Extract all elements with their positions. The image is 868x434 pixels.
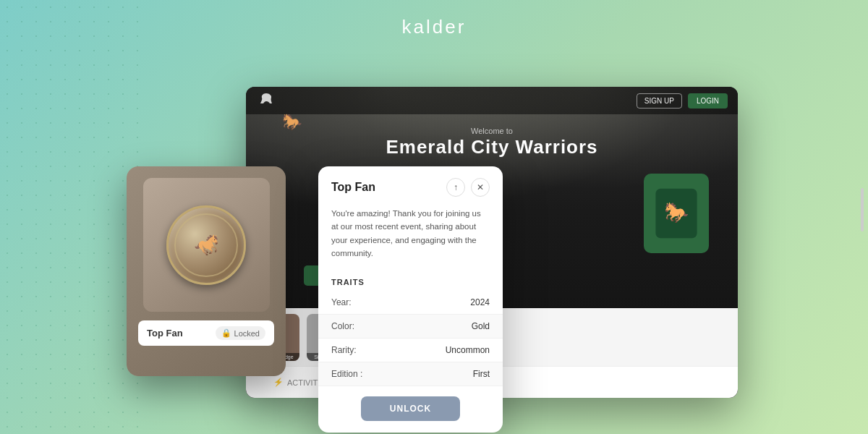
app-logo-icon <box>256 90 276 111</box>
svg-text:🐎: 🐎 <box>664 200 689 224</box>
team-title: Emerald City Warriors <box>246 136 738 158</box>
share-icon: ↑ <box>454 182 458 192</box>
kalder-logo: kalder <box>402 16 467 38</box>
app-window-header: SIGN UP LOGIN <box>246 87 738 114</box>
modal-header: Top Fan ↑ ✕ <box>318 166 503 204</box>
activity-icon: ⚡ <box>273 378 284 387</box>
unlock-button[interactable]: UNLOCK <box>361 396 460 421</box>
trait-row-edition: Edition : First <box>318 362 503 386</box>
trait-rarity-label: Rarity: <box>331 345 357 355</box>
trait-row-color: Color: Gold <box>318 315 503 339</box>
nft-card-footer: Top Fan 🔒 Locked <box>138 320 274 346</box>
welcome-text: Welcome to <box>246 127 738 135</box>
top-fan-modal: Top Fan ↑ ✕ You're amazing! Thank you fo… <box>318 166 503 433</box>
trait-color-label: Color: <box>331 321 354 331</box>
trait-row-rarity: Rarity: Uncommon <box>318 339 503 362</box>
nft-card[interactable]: 🐎 Top Fan 🔒 Locked <box>127 166 286 376</box>
green-badge-icon: 🐎 <box>651 184 702 242</box>
lock-icon: 🔒 <box>221 328 231 338</box>
locked-badge: 🔒 Locked <box>216 326 265 340</box>
nft-card-image-area: 🐎 <box>143 178 270 312</box>
modal-header-actions: ↑ ✕ <box>446 178 490 197</box>
signup-button[interactable]: SIGN UP <box>637 93 682 109</box>
modal-description: You're amazing! Thank you for joining us… <box>318 204 503 271</box>
trait-edition-label: Edition : <box>331 369 362 379</box>
trait-color-value: Gold <box>472 321 490 331</box>
coin-horse-icon: 🐎 <box>194 233 219 257</box>
trait-year-label: Year: <box>331 297 352 307</box>
modal-scrollbar[interactable] <box>861 188 864 231</box>
trait-year-value: 2024 <box>470 297 490 307</box>
trait-rarity-value: Uncommon <box>446 345 490 355</box>
modal-title: Top Fan <box>331 181 375 194</box>
coin-inner-ring: 🐎 <box>174 213 238 277</box>
modal-share-button[interactable]: ↑ <box>446 178 465 197</box>
close-icon: ✕ <box>477 182 484 192</box>
modal-traits-header: TRAITS <box>318 271 503 291</box>
nft-card-name: Top Fan <box>147 328 183 339</box>
green-badge-card: 🐎 <box>644 174 709 253</box>
trait-edition-value: First <box>473 369 490 379</box>
dot-pattern-decoration <box>0 0 145 434</box>
modal-close-button[interactable]: ✕ <box>471 178 490 197</box>
header-auth-buttons: SIGN UP LOGIN <box>637 93 728 109</box>
trait-row-year: Year: 2024 <box>318 291 503 315</box>
login-button[interactable]: LOGIN <box>688 93 728 109</box>
coin-badge: 🐎 <box>166 205 246 285</box>
locked-label: Locked <box>234 329 260 338</box>
modal-footer: UNLOCK <box>318 386 503 433</box>
